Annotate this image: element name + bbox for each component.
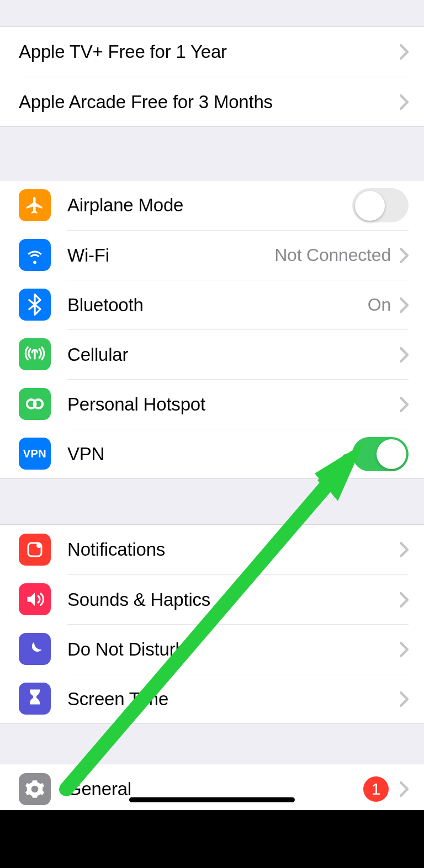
sounds-label: Sounds & Haptics xyxy=(67,589,400,610)
moon-icon xyxy=(19,633,51,665)
row-notifications[interactable]: Notifications xyxy=(0,525,424,574)
chevron-right-icon xyxy=(400,94,409,110)
home-indicator[interactable] xyxy=(129,797,295,802)
row-do-not-disturb[interactable]: Do Not Disturb xyxy=(0,624,424,674)
promo-label: Apple Arcade Free for 3 Months xyxy=(19,92,400,113)
top-spacer xyxy=(0,0,424,26)
hourglass-icon xyxy=(19,683,51,715)
vpn-toggle[interactable] xyxy=(352,437,409,471)
cellular-icon xyxy=(19,338,51,370)
row-cellular[interactable]: Cellular xyxy=(0,329,424,379)
wifi-value: Not Connected xyxy=(274,245,391,265)
general-label: General xyxy=(67,779,363,800)
chevron-right-icon xyxy=(400,592,409,608)
bottom-black-bar xyxy=(0,810,424,868)
system-group: General 1 xyxy=(0,764,424,810)
vpn-icon: VPN xyxy=(19,438,51,470)
gear-icon xyxy=(19,773,51,805)
hotspot-icon xyxy=(19,388,51,420)
wifi-icon xyxy=(19,239,51,271)
svg-point-3 xyxy=(36,543,41,548)
chevron-right-icon xyxy=(400,691,409,707)
chevron-right-icon xyxy=(400,44,409,60)
chevron-right-icon xyxy=(400,397,409,412)
connectivity-group: Airplane Mode Wi-Fi Not Connected Blueto… xyxy=(0,180,424,479)
chevron-right-icon xyxy=(400,248,409,263)
prefs-group: Notifications Sounds & Haptics Do Not Di… xyxy=(0,524,424,724)
row-general[interactable]: General 1 xyxy=(0,764,424,810)
row-vpn[interactable]: VPN VPN xyxy=(0,429,424,478)
group-spacer xyxy=(0,479,424,524)
bluetooth-value: On xyxy=(368,295,391,315)
update-badge: 1 xyxy=(363,776,389,802)
row-bluetooth[interactable]: Bluetooth On xyxy=(0,280,424,329)
promo-apple-tv[interactable]: Apple TV+ Free for 1 Year xyxy=(0,27,424,77)
promo-label: Apple TV+ Free for 1 Year xyxy=(19,41,400,62)
airplane-label: Airplane Mode xyxy=(67,195,352,216)
group-spacer xyxy=(0,127,424,180)
group-spacer xyxy=(0,724,424,764)
dnd-label: Do Not Disturb xyxy=(67,639,400,660)
row-personal-hotspot[interactable]: Personal Hotspot xyxy=(0,379,424,429)
notifications-icon xyxy=(19,534,51,566)
airplane-toggle[interactable] xyxy=(352,188,409,222)
sounds-icon xyxy=(19,583,51,615)
chevron-right-icon xyxy=(400,542,409,557)
screentime-label: Screen Time xyxy=(67,689,400,710)
vpn-icon-text: VPN xyxy=(23,448,47,460)
bluetooth-icon xyxy=(19,289,51,321)
notifications-label: Notifications xyxy=(67,539,400,560)
chevron-right-icon xyxy=(400,781,409,797)
chevron-right-icon xyxy=(400,297,409,313)
row-wifi[interactable]: Wi-Fi Not Connected xyxy=(0,230,424,280)
chevron-right-icon xyxy=(400,347,409,363)
vpn-label: VPN xyxy=(67,444,352,465)
promo-apple-arcade[interactable]: Apple Arcade Free for 3 Months xyxy=(0,77,424,126)
row-sounds-haptics[interactable]: Sounds & Haptics xyxy=(0,574,424,624)
chevron-right-icon xyxy=(400,642,409,657)
promo-group: Apple TV+ Free for 1 Year Apple Arcade F… xyxy=(0,26,424,127)
row-airplane-mode[interactable]: Airplane Mode xyxy=(0,180,424,230)
wifi-label: Wi-Fi xyxy=(67,245,274,266)
row-screen-time[interactable]: Screen Time xyxy=(0,674,424,723)
settings-screen: Apple TV+ Free for 1 Year Apple Arcade F… xyxy=(0,0,424,810)
hotspot-label: Personal Hotspot xyxy=(67,394,400,415)
cellular-label: Cellular xyxy=(67,344,400,365)
airplane-icon xyxy=(19,189,51,221)
bluetooth-label: Bluetooth xyxy=(67,295,368,316)
